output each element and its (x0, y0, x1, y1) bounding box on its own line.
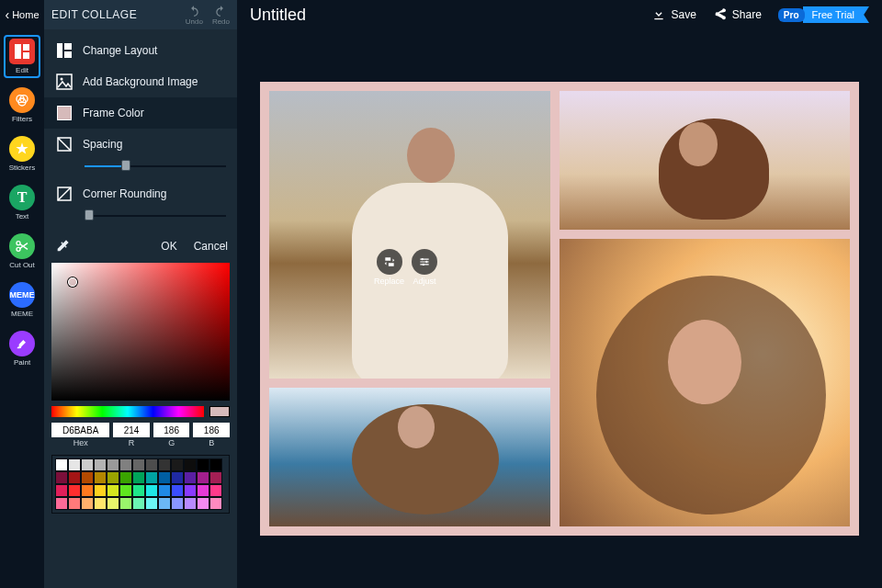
swatch[interactable] (119, 484, 132, 497)
swatch[interactable] (158, 484, 171, 497)
opt-spacing[interactable]: Spacing (44, 129, 237, 160)
cancel-button[interactable]: Cancel (194, 240, 228, 253)
replace-button[interactable]: Replace (374, 249, 404, 286)
collage-cell-2[interactable] (560, 91, 850, 230)
swatch[interactable] (81, 471, 94, 484)
adjust-button[interactable]: Adjust (412, 249, 437, 286)
swatch[interactable] (68, 484, 81, 497)
swatch[interactable] (68, 471, 81, 484)
swatch[interactable] (209, 471, 222, 484)
swatch[interactable] (119, 458, 132, 471)
r-input[interactable] (113, 423, 150, 437)
rail-meme[interactable]: MEME MEME (4, 278, 40, 322)
rail-text[interactable]: T Text (4, 181, 40, 224)
collage-cell-4[interactable] (560, 239, 850, 526)
eyedropper-button[interactable] (53, 237, 72, 255)
collage-cell-3[interactable] (269, 388, 550, 526)
swatch[interactable] (107, 497, 119, 510)
opt-corner-rounding[interactable]: Corner Rounding (44, 178, 237, 209)
opt-add-background[interactable]: Add Background Image (44, 66, 237, 97)
swatch[interactable] (184, 471, 197, 484)
swatch[interactable] (107, 484, 119, 497)
swatch[interactable] (145, 497, 158, 510)
download-icon (651, 7, 666, 22)
color-sv-area[interactable] (51, 263, 230, 401)
swatch[interactable] (81, 484, 94, 497)
swatch[interactable] (94, 458, 107, 471)
swatch[interactable] (119, 471, 132, 484)
swatch[interactable] (132, 484, 145, 497)
stickers-icon (9, 136, 35, 162)
swatch[interactable] (68, 497, 81, 510)
swatch[interactable] (107, 458, 119, 471)
swatch[interactable] (197, 484, 209, 497)
b-input[interactable] (193, 423, 230, 437)
swatch[interactable] (55, 497, 68, 510)
svg-rect-11 (57, 74, 72, 89)
opt-frame-color[interactable]: Frame Color (44, 97, 237, 129)
swatch[interactable] (184, 484, 197, 497)
swatch[interactable] (171, 497, 184, 510)
swatch[interactable] (81, 497, 94, 510)
swatch[interactable] (94, 471, 107, 484)
svg-rect-9 (64, 43, 72, 50)
swatch[interactable] (184, 497, 197, 510)
swatch[interactable] (132, 497, 145, 510)
collage-cell-1[interactable]: Replace Adjust (269, 91, 550, 379)
save-button[interactable]: Save (651, 7, 695, 22)
opt-change-layout[interactable]: Change Layout (44, 35, 237, 66)
rail-paint[interactable]: Paint (4, 327, 40, 370)
redo-button[interactable]: Redo (212, 5, 230, 26)
swatch[interactable] (171, 458, 184, 471)
swatch[interactable] (197, 471, 209, 484)
swatch[interactable] (197, 458, 209, 471)
swatch[interactable] (209, 458, 222, 471)
swatch[interactable] (145, 471, 158, 484)
swatch[interactable] (145, 458, 158, 471)
g-input[interactable] (153, 423, 190, 437)
rail-edit[interactable]: Edit (4, 35, 40, 78)
share-button[interactable]: Share (713, 7, 762, 22)
swatch[interactable] (209, 484, 222, 497)
free-trial-ribbon[interactable]: Pro Free Trial (778, 6, 869, 23)
swatch[interactable] (107, 471, 119, 484)
swatch[interactable] (94, 484, 107, 497)
panel-title: EDIT COLLAGE (51, 8, 186, 21)
home-button[interactable]: Home (0, 0, 44, 29)
swatch[interactable] (81, 458, 94, 471)
swatch[interactable] (55, 484, 68, 497)
swatch[interactable] (55, 458, 68, 471)
undo-button[interactable]: Undo (186, 5, 203, 26)
swatch[interactable] (145, 484, 158, 497)
rail-filters[interactable]: Filters (4, 84, 40, 127)
swatch[interactable] (158, 458, 171, 471)
swatch[interactable] (158, 497, 171, 510)
swatch[interactable] (209, 497, 222, 510)
swatch[interactable] (197, 497, 209, 510)
document-title[interactable]: Untitled (250, 6, 651, 25)
swatch[interactable] (68, 458, 81, 471)
hex-input[interactable] (51, 423, 109, 437)
sv-cursor[interactable] (68, 277, 77, 287)
swatch[interactable] (184, 458, 197, 471)
corner-slider[interactable] (85, 209, 226, 222)
filters-icon (9, 87, 35, 113)
swatch[interactable] (119, 497, 132, 510)
image-icon (55, 73, 74, 91)
hue-slider[interactable] (51, 406, 204, 417)
swatch[interactable] (55, 471, 68, 484)
scissors-icon (9, 233, 35, 259)
swatch[interactable] (94, 497, 107, 510)
swatch[interactable] (171, 471, 184, 484)
collage-frame[interactable]: Replace Adjust (260, 82, 859, 536)
swatch[interactable] (158, 471, 171, 484)
swatch[interactable] (132, 458, 145, 471)
swatch[interactable] (171, 484, 184, 497)
swatch[interactable] (132, 471, 145, 484)
svg-point-16 (425, 261, 427, 263)
spacing-slider[interactable] (85, 160, 226, 173)
rail-stickers[interactable]: Stickers (4, 132, 40, 175)
rail-cutout[interactable]: Cut Out (4, 230, 40, 273)
canvas-area[interactable]: Replace Adjust (237, 29, 882, 588)
ok-button[interactable]: OK (161, 240, 176, 253)
